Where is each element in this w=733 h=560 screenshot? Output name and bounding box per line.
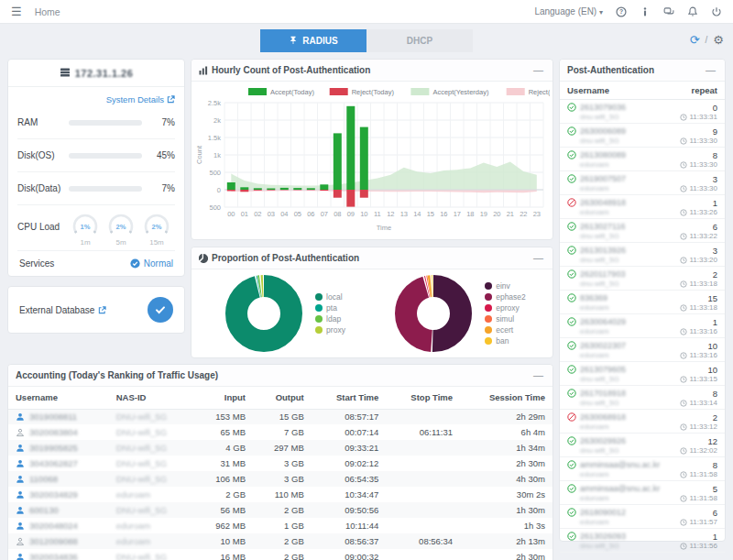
repeat-count: 3	[680, 174, 717, 184]
clock-icon	[680, 400, 687, 407]
table-row[interactable]: 3020034829 eduroam 2 GB 110 MB 10:34:47 …	[8, 487, 552, 502]
post-auth-row[interactable]: 2630029926 dnu-wifi_5G 12 11:32:02	[560, 434, 725, 457]
post-auth-row[interactable]: 2630022307 eduroam 10 11:33:16	[560, 338, 725, 362]
post-auth-card: Post-Authentication — Username repeat 26…	[559, 59, 726, 542]
legend-dot	[485, 337, 492, 345]
tab-radius[interactable]: RADIUS	[260, 29, 366, 52]
language-dropdown[interactable]: Language (EN) ▾	[534, 6, 603, 16]
column-header: NAS-ID	[109, 387, 194, 409]
legend-label: eproxy	[496, 303, 520, 313]
post-auth-row[interactable]: 2620117903 dnu-wifi_5G 2 11:33:18	[560, 267, 725, 291]
post-auth-row[interactable]: 2630048918 eduroam 1 11:33:26	[560, 195, 725, 219]
repeat-count: 6	[680, 222, 717, 232]
post-auth-row[interactable]: 2630064029 eduroam 1 11:33:16	[560, 314, 725, 338]
hamburger-menu-icon[interactable]: ☰	[11, 5, 22, 18]
nas-id: DNU-wifi_5G	[116, 552, 167, 560]
clock-icon	[680, 280, 687, 288]
table-row[interactable]: 3019008811 DNU-wifi_5G 153 MB 15 GB 08:5…	[8, 409, 552, 424]
post-auth-row[interactable]: 2613013926 dnu-wifi_5G 3 11:33:20	[560, 243, 725, 267]
refresh-icon[interactable]: ⟳	[690, 33, 700, 47]
post-auth-row[interactable]: amminsaa@snu.ac.kr eduroam 5 11:31:58	[560, 481, 725, 505]
check-icon	[154, 303, 167, 316]
post-auth-row[interactable]: 2619007507 eduroam 3 11:33:30	[560, 171, 725, 195]
legend-label: ephase2	[496, 292, 526, 302]
table-row[interactable]: 600130 DNU-wifi_5G 56 MB 2 GB 09:50:56 1…	[8, 502, 552, 518]
table-row[interactable]: 3020034836 DNU-wifi_5G 16 MB 2 GB 09:00:…	[8, 549, 552, 560]
legend-item-ban[interactable]: ban	[485, 336, 526, 346]
svg-text:03: 03	[268, 210, 275, 218]
donut-chart-methods[interactable]	[224, 273, 304, 354]
start-time: 09:02:12	[312, 456, 387, 471]
input-bytes: 10 MB	[194, 533, 253, 549]
table-row[interactable]: 3019905825 DNU-wifi_5G 4 GB 297 MB 09:33…	[8, 440, 552, 456]
help-icon[interactable]: ?	[615, 5, 627, 17]
legend-dot	[315, 315, 323, 323]
start-time: 00:07:14	[312, 424, 387, 440]
table-row[interactable]: 3012009088 eduroam 10 MB 2 GB 08:56:37 0…	[8, 533, 552, 549]
bar-chart-icon	[199, 66, 208, 75]
legend-item-ldap[interactable]: ldap	[315, 314, 345, 324]
power-icon[interactable]	[710, 5, 722, 17]
input-bytes: 153 MB	[194, 409, 253, 424]
minimize-button[interactable]: —	[531, 370, 545, 380]
post-auth-row[interactable]: 2613079036 dnu-wifi_5G 0 11:33:31	[560, 100, 725, 124]
post-auth-row[interactable]: 836369 eduroam 15 11:33:18	[560, 291, 725, 314]
table-row[interactable]: 3043062827 DNU-wifi_5G 31 MB 3 GB 09:02:…	[8, 456, 552, 471]
output-bytes: 2 GB	[253, 533, 312, 549]
clock-icon	[680, 304, 687, 312]
repeat-count: 2	[680, 412, 717, 423]
legend-item-proxy[interactable]: proxy	[315, 325, 345, 335]
svg-text:06: 06	[307, 210, 314, 218]
legend-dot	[485, 282, 492, 290]
legend-item-pta[interactable]: pta	[315, 303, 345, 313]
external-database-status-check	[148, 297, 173, 323]
table-row[interactable]: 3020083804 DNU-wifi_5G 65 MB 7 GB 00:07:…	[8, 424, 552, 440]
minimize-button[interactable]: —	[531, 253, 545, 263]
legend-label: pta	[326, 303, 337, 313]
post-auth-row[interactable]: 2618090012 eduroam 6 11:31:57	[560, 505, 725, 529]
legend-item-local[interactable]: local	[315, 292, 345, 302]
bell-icon[interactable]	[686, 5, 698, 17]
legend-item-eproxy[interactable]: eproxy	[485, 303, 526, 313]
legend-item-ephase2[interactable]: ephase2	[485, 292, 526, 302]
input-bytes: 16 MB	[194, 549, 253, 560]
info-icon[interactable]	[639, 5, 651, 17]
table-row[interactable]: 110068 DNU-wifi_5G 106 MB 3 GB 06:54:35 …	[8, 471, 552, 487]
legend-item-einv[interactable]: einv	[485, 281, 526, 291]
stop-time	[386, 440, 460, 456]
input-bytes: 2 GB	[194, 487, 253, 502]
legend-item-ecert[interactable]: ecert	[485, 325, 526, 335]
system-details-link[interactable]: System Details	[106, 94, 175, 104]
hourly-bar-chart[interactable]: 2.5k2k1.5k1k5000500000102030405060708091…	[193, 83, 550, 237]
username: 2630064029	[580, 317, 626, 326]
post-auth-row[interactable]: 2617018918 dnu-wifi_5G 8 11:33:14	[560, 386, 725, 410]
post-auth-row[interactable]: 2630068918 eduroam 2 11:33:12	[560, 410, 725, 434]
donut-chart-realms[interactable]	[393, 273, 474, 354]
cpu-load-label: CPU Load	[17, 213, 69, 232]
tab-dhcp[interactable]: DHCP	[366, 29, 473, 52]
post-auth-row[interactable]: 2613026093 dnu-wifi_5G 1 11:31:56	[560, 529, 725, 553]
username: 3019008811	[29, 412, 77, 422]
post-auth-row[interactable]: 2613079605 dnu-wifi_5G 10 11:33:15	[560, 362, 725, 386]
legend-item-simul[interactable]: simul	[485, 314, 526, 324]
stop-time: 08:56:34	[386, 533, 460, 549]
chat-icon[interactable]	[662, 5, 674, 17]
progress-bar	[69, 120, 142, 126]
minimize-button[interactable]: —	[531, 65, 545, 75]
nas-realm: eduroam	[580, 518, 626, 526]
input-bytes: 106 MB	[194, 471, 253, 487]
breadcrumb-home[interactable]: Home	[35, 6, 60, 17]
repeat-count: 12	[680, 436, 717, 446]
external-link-icon[interactable]	[98, 306, 106, 314]
post-auth-row[interactable]: 2613027116 dnu-wifi_5G 6 11:33:22	[560, 219, 725, 243]
table-row[interactable]: 3020048024 eduroam 962 MB 1 GB 10:11:44 …	[8, 518, 552, 533]
repeat-count: 5	[680, 484, 717, 494]
post-auth-row[interactable]: 2630006089 dnu-wifi_5G 9 11:33:30	[560, 124, 725, 148]
minimize-button[interactable]: —	[704, 65, 717, 75]
reject-icon	[567, 412, 576, 422]
accept-icon	[567, 532, 576, 541]
post-auth-row[interactable]: amminsaa@snu.ac.kr eduroam 8 11:31:58	[560, 457, 725, 481]
post-auth-row[interactable]: 2613080089 eduroam 8 11:33:30	[560, 148, 725, 171]
gear-icon[interactable]: ⚙	[713, 33, 724, 47]
nas-id: DNU-wifi_5G	[116, 427, 167, 437]
